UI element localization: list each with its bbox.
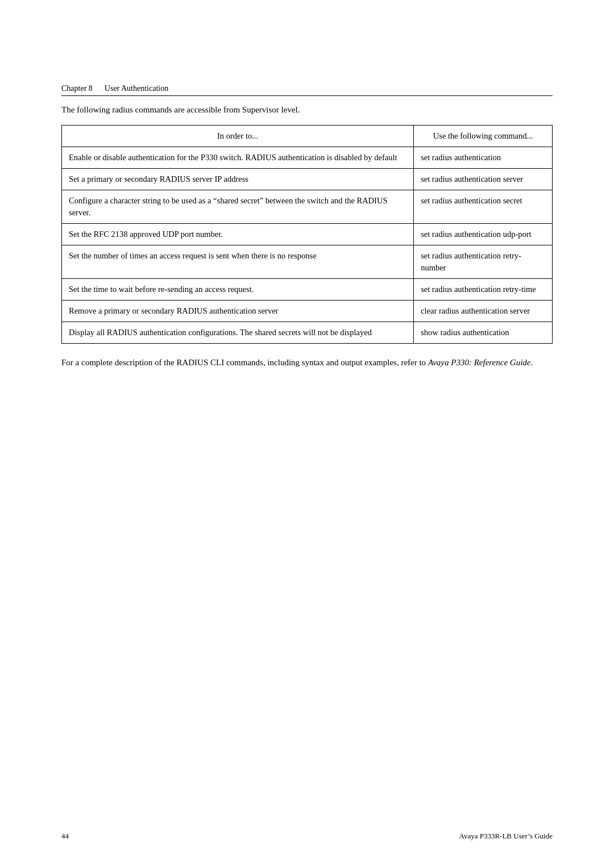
table-row: Set the time to wait before re-sending a… — [62, 279, 553, 301]
table-row: Display all RADIUS authentication config… — [62, 322, 553, 344]
table-cell-description: Set the number of times an access reques… — [62, 245, 414, 279]
table-header-row: In order to... Use the following command… — [62, 126, 553, 147]
table-row: Set a primary or secondary RADIUS server… — [62, 169, 553, 190]
table-row: Enable or disable authentication for the… — [62, 147, 553, 169]
table-cell-description: Display all RADIUS authentication config… — [62, 322, 414, 344]
section-title: User Authentication — [105, 84, 168, 93]
table-cell-description: Set the time to wait before re-sending a… — [62, 279, 414, 301]
table-row: Configure a character string to be used … — [62, 190, 553, 224]
main-content: The following radius commands are access… — [61, 105, 553, 369]
table-cell-command: clear radius authentication server — [414, 301, 553, 322]
table-cell-command: set radius authentication — [414, 147, 553, 169]
table-row: Remove a primary or secondary RADIUS aut… — [62, 301, 553, 322]
page-number: 44 — [61, 832, 69, 841]
table-cell-command: set radius authentication secret — [414, 190, 553, 224]
page-footer: 44 Avaya P333R-LB User’s Guide — [61, 832, 553, 841]
footer-text-suffix: . — [531, 358, 533, 367]
footer-text-prefix: For a complete description of the RADIUS… — [61, 358, 428, 367]
col-header-description: In order to... — [62, 126, 414, 147]
table-cell-description: Configure a character string to be used … — [62, 190, 414, 224]
chapter-label: Chapter 8 User Authentication — [61, 84, 168, 93]
table-cell-command: set radius authentication retry-number — [414, 245, 553, 279]
footer-text-italic: Avaya P330: Reference Guide — [428, 358, 531, 367]
table-cell-description: Remove a primary or secondary RADIUS aut… — [62, 301, 414, 322]
col-header-command: Use the following command... — [414, 126, 553, 147]
table-cell-command: set radius authentication server — [414, 169, 553, 190]
footer-right-text: Avaya P333R-LB User’s Guide — [459, 832, 553, 841]
page-header: Chapter 8 User Authentication — [61, 84, 553, 96]
page: Chapter 8 User Authentication The follow… — [0, 0, 614, 868]
table-cell-description: Enable or disable authentication for the… — [62, 147, 414, 169]
radius-commands-table: In order to... Use the following command… — [61, 125, 553, 344]
table-cell-description: Set the RFC 2138 approved UDP port numbe… — [62, 224, 414, 245]
table-cell-command: set radius authentication udp-port — [414, 224, 553, 245]
table-cell-command: show radius authentication — [414, 322, 553, 344]
intro-paragraph: The following radius commands are access… — [61, 105, 553, 115]
table-cell-description: Set a primary or secondary RADIUS server… — [62, 169, 414, 190]
footer-paragraph: For a complete description of the RADIUS… — [61, 356, 553, 369]
table-row: Set the RFC 2138 approved UDP port numbe… — [62, 224, 553, 245]
table-row: Set the number of times an access reques… — [62, 245, 553, 279]
table-cell-command: set radius authentication retry-time — [414, 279, 553, 301]
chapter-number: Chapter 8 — [61, 84, 93, 93]
